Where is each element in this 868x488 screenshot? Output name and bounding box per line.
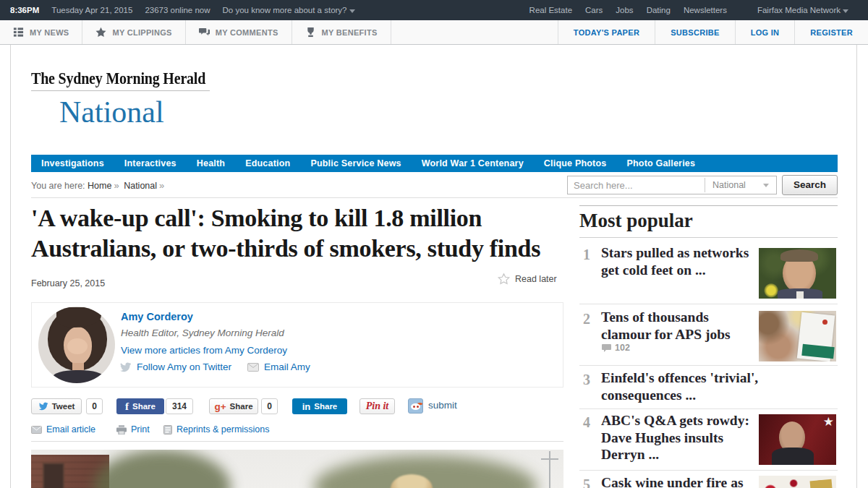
- email-icon: [247, 363, 259, 372]
- sidebar-divider: [579, 470, 838, 471]
- article-headline: 'A wake-up call': Smoking to kill 1.8 mi…: [31, 203, 581, 264]
- topbar-link-real-estate[interactable]: Real Estate: [529, 6, 572, 14]
- facebook-share-button[interactable]: f Share: [116, 398, 164, 414]
- smh-masthead-logo[interactable]: The Sydney Morning Herald: [31, 69, 205, 87]
- twitter-icon: [38, 402, 48, 411]
- popular-item-1[interactable]: Stars pulled as networks get cold feet o…: [601, 244, 756, 278]
- trophy-icon: [305, 27, 316, 38]
- author-more-articles-link[interactable]: View more articles from Amy Corderoy: [121, 345, 287, 356]
- document-icon: [163, 425, 172, 435]
- popular-thumb-4[interactable]: ★: [759, 414, 836, 465]
- email-article-link[interactable]: Email article: [31, 424, 95, 435]
- rank-2: 2: [583, 311, 590, 328]
- current-date: Tuesday Apr 21, 2015: [51, 6, 132, 14]
- facebook-icon: f: [125, 401, 129, 413]
- nav-clique-photos[interactable]: Clique Photos: [534, 158, 617, 168]
- email-amy-link[interactable]: Email Amy: [264, 361, 310, 372]
- sidebar-divider: [579, 408, 838, 409]
- sidebar-divider: [579, 304, 838, 304]
- story-prompt-link[interactable]: Do you know more about a story?: [223, 6, 355, 14]
- toolbar-my-benefits[interactable]: MY BENEFITS: [292, 20, 391, 44]
- login-link[interactable]: LOG IN: [735, 20, 795, 44]
- sidebar-top-rule: [579, 205, 838, 206]
- toolbar-my-comments[interactable]: MY COMMENTS: [186, 20, 292, 44]
- comment-icon: [602, 344, 611, 352]
- sidebar-title-rule: [579, 237, 838, 238]
- rank-5: 5: [583, 476, 590, 488]
- reddit-icon: [408, 398, 423, 414]
- toolbar-my-news[interactable]: MY NEWS: [0, 20, 82, 44]
- subscribe-link[interactable]: SUBSCRIBE: [655, 20, 735, 44]
- gplus-share-button[interactable]: g+ Share: [209, 398, 258, 414]
- news-list-icon: [13, 27, 24, 38]
- reddit-submit-link[interactable]: submit: [428, 400, 457, 411]
- popular-item-2-comments: 102: [602, 343, 630, 353]
- twitter-icon: [119, 362, 132, 372]
- star-icon: ★: [823, 414, 834, 429]
- print-link[interactable]: Print: [116, 424, 150, 435]
- linkedin-icon: in: [302, 401, 311, 412]
- tweet-count: 0: [86, 398, 103, 414]
- nav-interactives[interactable]: Interactives: [114, 158, 187, 168]
- comments-icon: [199, 27, 210, 38]
- nav-ww1-centenary[interactable]: World War 1 Centenary: [412, 158, 534, 168]
- popular-thumb-1[interactable]: [759, 248, 836, 299]
- header-divider: [31, 197, 838, 198]
- fairfax-network-menu[interactable]: Fairfax Media Network: [757, 6, 848, 14]
- popular-item-4[interactable]: ABC's Q&A gets rowdy: Dave Hughes insult…: [601, 412, 756, 463]
- author-title: Health Editor, Sydney Morning Herald: [121, 328, 284, 338]
- gplus-icon: g+: [214, 401, 226, 412]
- star-outline-icon: [497, 273, 511, 286]
- nav-photo-galleries[interactable]: Photo Galleries: [616, 158, 705, 168]
- search-scope-dropdown[interactable]: National: [705, 178, 776, 192]
- chevron-down-icon: [843, 9, 848, 13]
- reprints-permissions-link[interactable]: Reprints & permissions: [163, 424, 270, 435]
- topbar-link-newsletters[interactable]: Newsletters: [684, 6, 727, 14]
- nav-public-service-news[interactable]: Public Service News: [300, 158, 411, 168]
- topbar-link-dating[interactable]: Dating: [647, 6, 671, 14]
- linkedin-share-button[interactable]: in Share: [292, 398, 347, 414]
- masthead-rule: [31, 90, 210, 91]
- popular-thumb-5[interactable]: [759, 476, 836, 488]
- facebook-share-count: 314: [166, 398, 193, 414]
- rank-4: 4: [583, 414, 590, 431]
- nav-investigations[interactable]: Investigations: [31, 158, 114, 168]
- author-avatar: [38, 307, 115, 383]
- rank-1: 1: [583, 247, 590, 263]
- popular-item-5[interactable]: Cask wine under fire as ...: [601, 474, 756, 488]
- breadcrumb-national[interactable]: National: [124, 181, 157, 191]
- author-card: Amy Corderoy Health Editor, Sydney Morni…: [31, 302, 563, 388]
- print-icon: [116, 425, 127, 435]
- todays-paper-link[interactable]: TODAY'S PAPER: [558, 20, 655, 44]
- topbar-link-cars[interactable]: Cars: [585, 6, 603, 14]
- most-popular-title: Most popular: [579, 210, 693, 232]
- current-time: 8:36PM: [10, 6, 39, 14]
- section-nav: Investigations Interactives Health Educa…: [31, 155, 838, 172]
- article-divider: [31, 441, 563, 442]
- chevron-down-icon: [349, 9, 355, 13]
- read-later-button[interactable]: Read later: [497, 273, 557, 286]
- tweet-button[interactable]: Tweet: [31, 398, 82, 414]
- search-input[interactable]: [568, 176, 702, 194]
- register-link[interactable]: REGISTER: [794, 20, 868, 44]
- popular-item-2[interactable]: Tens of thousands clamour for APS jobs: [601, 309, 756, 343]
- toolbar-my-clippings[interactable]: MY CLIPPINGS: [82, 20, 185, 44]
- email-icon: [31, 426, 42, 434]
- popular-thumb-2[interactable]: [759, 311, 836, 361]
- online-count: 23673 online now: [145, 6, 210, 14]
- breadcrumb-home[interactable]: Home: [88, 181, 111, 191]
- follow-twitter-link[interactable]: Follow Amy on Twitter: [137, 361, 231, 372]
- breadcrumb: You are here: Home» National»: [31, 180, 166, 191]
- popular-item-3[interactable]: Einfeld's offences 'trivial', consequenc…: [601, 369, 818, 403]
- section-title: National: [59, 95, 164, 129]
- article-date: February 25, 2015: [31, 278, 105, 288]
- top-utility-bar: 8:36PM Tuesday Apr 21, 2015 23673 online…: [0, 0, 868, 20]
- article-hero-image: [31, 450, 563, 488]
- pinterest-button[interactable]: Pin it: [359, 398, 395, 414]
- nav-education[interactable]: Education: [235, 158, 300, 168]
- nav-health[interactable]: Health: [187, 158, 235, 168]
- topbar-link-jobs[interactable]: Jobs: [616, 6, 633, 14]
- rank-3: 3: [583, 372, 590, 388]
- search-button[interactable]: Search: [782, 175, 838, 195]
- author-name[interactable]: Amy Corderoy: [121, 311, 193, 322]
